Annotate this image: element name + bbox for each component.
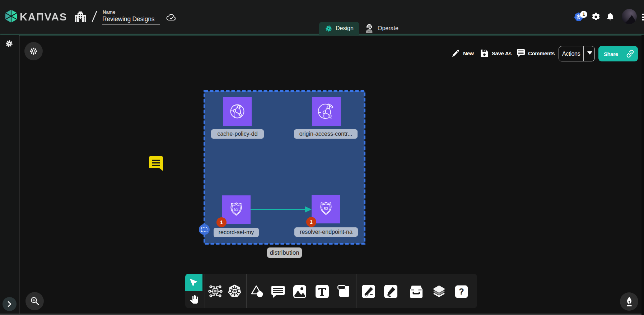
svg-text:?: ? xyxy=(459,287,464,296)
svg-text:53: 53 xyxy=(234,207,238,212)
svg-text:53: 53 xyxy=(324,207,328,211)
